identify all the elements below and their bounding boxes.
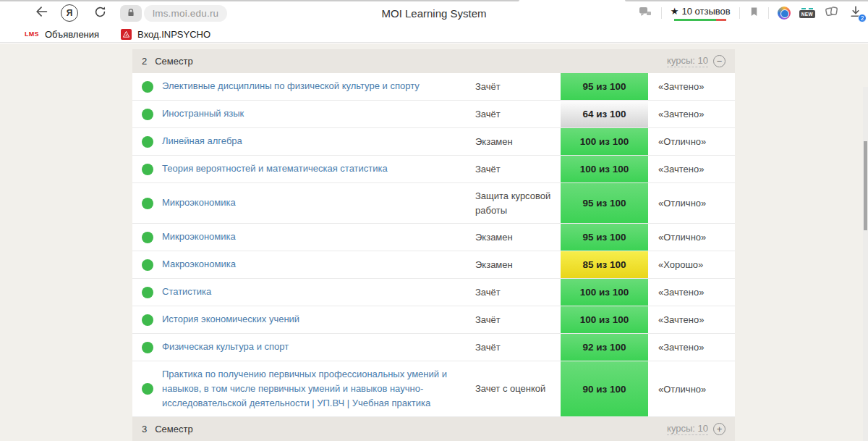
course-link[interactable]: Микроэкономика xyxy=(162,190,475,216)
semester-title: Семестр xyxy=(155,424,192,434)
table-row: Элективные дисциплины по физической куль… xyxy=(132,73,735,101)
course-link[interactable]: Иностранный язык xyxy=(162,101,475,127)
crest-favicon xyxy=(121,29,132,40)
semester-3-controls: курсы: 10 + xyxy=(667,423,726,435)
assessment-type: Экзамен xyxy=(475,252,561,278)
bookmark-item-announcements[interactable]: LMS Объявления xyxy=(25,29,99,40)
assessment-type: Зачёт xyxy=(475,335,561,361)
table-row: История экономических учений Зачёт 100 и… xyxy=(132,306,735,334)
feedback-button[interactable] xyxy=(638,5,652,21)
toolbar-separator xyxy=(768,7,769,19)
course-status-dot-icon xyxy=(142,232,153,243)
scrollbar-thumb[interactable] xyxy=(864,141,867,230)
extension-circle-icon xyxy=(778,7,791,20)
bookmark-label: Вход.INPSYCHO xyxy=(137,29,210,40)
collections-icon xyxy=(824,4,840,22)
downloads-count-badge: 2 xyxy=(858,14,867,22)
score-cell: 90 из 100 xyxy=(561,361,648,416)
rating-bar xyxy=(674,19,726,21)
browser-window: Я lms.moi.edu.ru MOI Learning System xyxy=(0,0,868,441)
course-table-rows: Элективные дисциплины по физической куль… xyxy=(132,73,735,417)
semester-2-controls: курсы: 10 − xyxy=(667,55,726,67)
refresh-button[interactable] xyxy=(91,4,109,22)
collections-button[interactable] xyxy=(824,4,840,22)
tab-strip-edge-left xyxy=(0,0,519,1)
course-link[interactable]: Элективные дисциплины по физической куль… xyxy=(162,73,475,99)
table-row: Физическая культура и спорт Зачёт 92 из … xyxy=(132,334,735,361)
status-dot-cell xyxy=(132,164,162,175)
collapse-semester-button[interactable]: − xyxy=(713,55,726,67)
semester-number: 2 xyxy=(142,56,147,67)
table-row: Линейная алгебра Экзамен 100 из 100 «Отл… xyxy=(132,128,735,156)
bookmark-flag-icon xyxy=(749,5,760,21)
new-extension-icon: NEW xyxy=(799,10,815,18)
bookmark-page-button[interactable] xyxy=(749,5,760,21)
grade-text: «Хорошо» xyxy=(648,253,735,276)
reviews-line: ★ 10 отзывов xyxy=(671,6,731,17)
course-link[interactable]: История экономических учений xyxy=(162,306,475,332)
score-cell: 100 из 100 xyxy=(561,156,648,182)
status-dot-cell xyxy=(132,109,162,120)
semester-2-header: 2 Семестр курсы: 10 − xyxy=(132,49,735,73)
lock-icon xyxy=(127,7,135,20)
site-security-button[interactable] xyxy=(120,5,142,22)
protect-icon xyxy=(638,5,652,21)
expand-semester-button[interactable]: + xyxy=(713,423,726,435)
course-status-dot-icon xyxy=(142,164,153,175)
grade-text: «Зачтено» xyxy=(648,103,735,125)
score-cell: 100 из 100 xyxy=(561,128,648,155)
grade-text: «Отлично» xyxy=(648,226,735,248)
course-status-dot-icon xyxy=(142,383,153,395)
new-extension-dashes-icon xyxy=(801,8,813,9)
course-link[interactable]: Теория вероятностей и математическая ста… xyxy=(162,156,475,182)
course-link[interactable]: Линейная алгебра xyxy=(162,128,475,154)
grade-text: «Отлично» xyxy=(648,130,735,153)
score-cell: 95 из 100 xyxy=(561,224,648,251)
course-status-dot-icon xyxy=(142,287,153,298)
course-status-dot-icon xyxy=(142,342,153,353)
semester-number: 3 xyxy=(142,424,147,434)
courses-count-link[interactable]: курсы: 10 xyxy=(667,423,708,435)
grades-table: 2 Семестр курсы: 10 − Элективные дисципл… xyxy=(132,49,735,441)
toolbar-separator xyxy=(661,7,662,19)
course-link[interactable]: Практика по получению первичных професси… xyxy=(162,361,475,416)
star-icon: ★ xyxy=(671,6,679,17)
status-dot-cell xyxy=(132,383,162,395)
yandex-home-button[interactable]: Я xyxy=(61,4,78,22)
table-row: Практика по получению первичных професси… xyxy=(132,361,735,417)
extension-new-button[interactable]: NEW xyxy=(799,8,815,18)
table-row: Макроэкономика Экзамен 85 из 100 «Хорошо… xyxy=(132,251,735,279)
status-dot-cell xyxy=(132,314,162,326)
grade-text: «Зачтено» xyxy=(648,158,735,180)
course-link[interactable]: Макроэкономика xyxy=(162,251,475,277)
yandex-logo-icon: Я xyxy=(67,8,73,18)
course-status-dot-icon xyxy=(142,259,153,271)
course-link[interactable]: Статистика xyxy=(162,279,475,305)
status-dot-cell xyxy=(132,198,162,209)
grade-text: «Отлично» xyxy=(648,192,735,214)
toolbar-right-icons: ★ 10 отзывов NEW xyxy=(638,0,864,26)
grade-text: «Зачтено» xyxy=(648,281,735,303)
assessment-type: Экзамен xyxy=(475,129,561,155)
assessment-type: Зачёт xyxy=(475,101,561,127)
status-dot-cell xyxy=(132,287,162,298)
status-dot-cell xyxy=(132,81,162,93)
status-dot-cell xyxy=(132,136,162,148)
course-link[interactable]: Микроэкономика xyxy=(162,224,475,250)
course-status-dot-icon xyxy=(142,198,153,209)
score-cell: 64 из 100 xyxy=(561,101,648,127)
bookmark-item-inpsycho[interactable]: Вход.INPSYCHO xyxy=(121,29,210,40)
status-dot-cell xyxy=(132,342,162,353)
course-link[interactable]: Физическая культура и спорт xyxy=(162,334,475,360)
back-button[interactable] xyxy=(33,4,51,22)
address-bar[interactable]: lms.moi.edu.ru xyxy=(144,5,227,22)
downloads-button[interactable]: 2 xyxy=(848,4,864,22)
assessment-type: Зачёт xyxy=(475,307,561,333)
semester-3-header: 3 Семестр курсы: 10 + xyxy=(132,417,735,441)
extension-button[interactable] xyxy=(778,7,791,20)
page-background: 2 Семестр курсы: 10 − Элективные дисципл… xyxy=(0,43,868,441)
courses-count-link[interactable]: курсы: 10 xyxy=(667,55,708,67)
lms-favicon: LMS xyxy=(25,30,39,38)
site-reviews-widget[interactable]: ★ 10 отзывов xyxy=(671,6,731,21)
assessment-type: Защита курсовой работы xyxy=(475,183,561,223)
